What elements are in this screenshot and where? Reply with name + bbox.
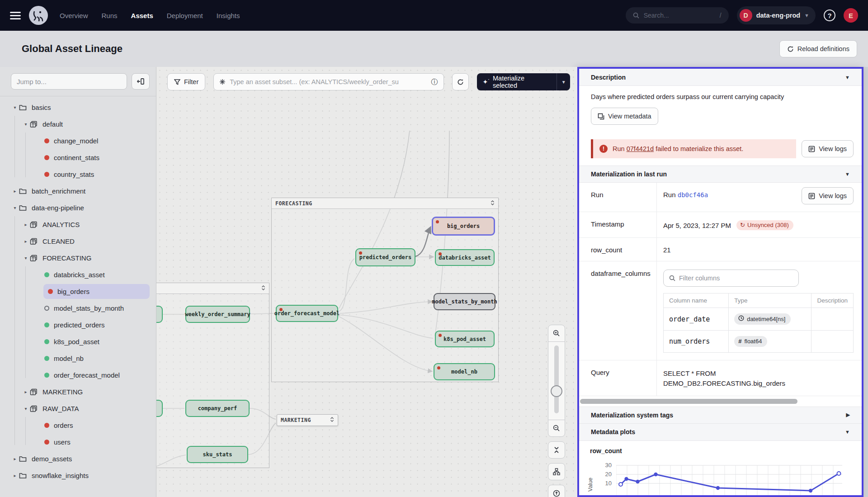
sidebar-item-orders[interactable]: orders <box>0 417 156 434</box>
graph-node-predicted_orders[interactable]: predicted_orders <box>355 248 415 266</box>
logs-icon <box>808 146 815 152</box>
sidebar-item-country_stats[interactable]: country_stats <box>0 166 156 183</box>
nav-link-assets[interactable]: Assets <box>131 12 153 19</box>
sidebar-item-k8s_pod_asset[interactable]: k8s_pod_asset <box>0 333 156 350</box>
graph-node-order_forecast_model[interactable]: order_forecast_model <box>276 305 338 322</box>
nav-link-overview[interactable]: Overview <box>60 12 88 19</box>
graph-group-MARKETING[interactable]: MARKETING <box>277 414 338 426</box>
graph-node-model_stats_by_month[interactable]: model_stats_by_month <box>434 293 495 310</box>
graph-node-big_orders[interactable]: big_orders <box>432 217 495 236</box>
sidebar-item-snowflake_insights[interactable]: ▸snowflake_insights <box>0 467 156 484</box>
sidebar-item-demo_assets[interactable]: ▸demo_assets <box>0 450 156 467</box>
graph-node-cropped[interactable] <box>156 306 163 323</box>
section-header-materialization[interactable]: Materialization in last run ▼ <box>579 166 862 183</box>
graph-node-k8s_pod_asset[interactable]: k8s_pod_asset <box>435 331 495 347</box>
zoom-slider[interactable] <box>548 342 565 420</box>
type-pill: datetime64[ns] <box>734 313 791 325</box>
failed-run-link[interactable]: 07f4421d <box>627 145 654 152</box>
sidebar-item-MARKETING[interactable]: ▸MARKETING <box>0 383 156 400</box>
group-collapse-icon[interactable] <box>261 285 265 292</box>
horizontal-scrollbar[interactable] <box>580 399 859 404</box>
dagster-logo-icon[interactable] <box>29 6 48 25</box>
sidebar-item-big_orders[interactable]: big_orders <box>0 283 156 300</box>
info-icon[interactable]: ⓘ <box>431 78 438 86</box>
sidebar-item-FORECASTING[interactable]: ▾FORECASTING <box>0 250 156 266</box>
collapse-groups-button[interactable] <box>548 441 565 459</box>
asset-subset-input[interactable]: Type an asset subset... (ex: ANALYTICS/w… <box>213 73 443 90</box>
materialize-dropdown-caret[interactable]: ▼ <box>557 73 570 90</box>
nav-link-insights[interactable]: Insights <box>217 12 240 19</box>
caret-right-icon[interactable]: ▸ <box>22 239 30 244</box>
graph-node-weekly_order_summary[interactable]: weekly_order_summary <box>185 306 250 323</box>
view-logs-button[interactable]: View logs <box>802 187 854 204</box>
zoom-out-button[interactable] <box>548 420 565 437</box>
sidebar-item-order_forecast_model[interactable]: order_forecast_model <box>0 367 156 383</box>
graph-node-cropped[interactable] <box>156 400 163 417</box>
recenter-button[interactable] <box>548 485 565 497</box>
caret-down-icon[interactable]: ▾ <box>22 122 30 127</box>
sidebar-item-users[interactable]: users <box>0 434 156 450</box>
layout-graph-button[interactable] <box>548 463 565 480</box>
asset-subset-placeholder: Type an asset subset... (ex: ANALYTICS/w… <box>230 78 427 85</box>
sidebar-item-RAW_DATA[interactable]: ▾RAW_DATA <box>0 400 156 417</box>
group-collapse-icon[interactable] <box>491 200 495 207</box>
view-logs-button[interactable]: View logs <box>802 140 854 157</box>
run-link[interactable]: db0cf46a <box>678 191 708 199</box>
folder-icon <box>19 188 29 194</box>
status-dot-hollow <box>44 306 49 311</box>
caret-right-icon[interactable]: ▸ <box>11 473 19 478</box>
status-dot-green <box>44 322 49 327</box>
sidebar-item-databricks_asset[interactable]: databricks_asset <box>0 266 156 283</box>
view-metadata-button[interactable]: View metadata <box>591 108 658 125</box>
jump-to-input[interactable]: Jump to... <box>11 73 127 90</box>
sidebar-item-data-eng-pipeline[interactable]: ▾data-eng-pipeline <box>0 199 156 216</box>
sidebar-item-batch_enrichment[interactable]: ▸batch_enrichment <box>0 183 156 199</box>
status-dot-red <box>44 423 49 428</box>
filter-button[interactable]: Filter <box>167 73 205 90</box>
caret-right-icon[interactable]: ▸ <box>22 389 30 394</box>
unsynced-badge: ↻Unsynced (308) <box>736 220 793 230</box>
zoom-slider-handle[interactable] <box>551 385 562 397</box>
caret-right-icon[interactable]: ▸ <box>11 456 19 461</box>
sidebar-item-default[interactable]: ▾default <box>0 116 156 133</box>
group-collapse-icon[interactable] <box>330 417 334 423</box>
sidebar-item-continent_stats[interactable]: continent_stats <box>0 149 156 166</box>
asset-tree-sidebar: Jump to... ▾basics▾defaultchange_modelco… <box>0 67 156 497</box>
avatar[interactable]: E <box>844 8 858 23</box>
materialize-selected-button[interactable]: ✦˙ Materialize selected ▼ <box>477 73 570 90</box>
caret-down-icon[interactable]: ▾ <box>11 205 19 210</box>
help-icon[interactable]: ? <box>824 9 835 21</box>
search-input[interactable]: Search... / <box>626 7 729 24</box>
section-header-description[interactable]: Description ▼ <box>579 69 862 86</box>
graph-node-company_perf[interactable]: company_perf <box>185 400 250 417</box>
sidebar-item-basics[interactable]: ▾basics <box>0 99 156 116</box>
section-header-metadata-plots[interactable]: Metadata plots ▼ <box>579 424 862 441</box>
sidebar-item-ANALYTICS[interactable]: ▸ANALYTICS <box>0 216 156 233</box>
caret-down-icon[interactable]: ▾ <box>11 105 19 110</box>
filter-columns-input[interactable]: Filter columns <box>663 270 799 287</box>
lineage-graph-canvas[interactable]: Filter Type an asset subset... (ex: ANAL… <box>156 67 577 497</box>
sidebar-item-CLEANED[interactable]: ▸CLEANED <box>0 233 156 250</box>
error-icon: ! <box>599 145 608 153</box>
zoom-in-button[interactable] <box>548 325 565 342</box>
deployment-switcher[interactable]: D data-eng-prod ▼ <box>737 6 816 24</box>
nav-link-deployment[interactable]: Deployment <box>167 12 203 19</box>
reload-definitions-button[interactable]: Reload definitions <box>779 40 857 57</box>
sidebar-item-change_model[interactable]: change_model <box>0 133 156 149</box>
refresh-graph-button[interactable] <box>452 73 469 90</box>
nav-link-runs[interactable]: Runs <box>102 12 118 19</box>
collapse-sidebar-button[interactable] <box>132 73 150 90</box>
menu-icon[interactable] <box>10 12 21 19</box>
sidebar-item-predicted_orders[interactable]: predicted_orders <box>0 317 156 333</box>
graph-node-sku_stats[interactable]: sku_stats <box>187 446 248 463</box>
caret-right-icon[interactable]: ▸ <box>11 189 19 194</box>
graph-node-model_nb[interactable]: model_nb <box>434 363 495 380</box>
section-header-system-tags[interactable]: Materialization system tags ▶ <box>579 407 862 424</box>
caret-down-icon[interactable]: ▾ <box>22 406 30 411</box>
graph-zoom-controls <box>548 325 565 497</box>
caret-down-icon[interactable]: ▾ <box>22 256 30 260</box>
sidebar-item-model_stats_by_month[interactable]: model_stats_by_month <box>0 300 156 317</box>
caret-right-icon[interactable]: ▸ <box>22 222 30 227</box>
sidebar-item-model_nb[interactable]: model_nb <box>0 350 156 367</box>
graph-node-databricks_asset[interactable]: databricks_asset <box>435 249 495 266</box>
